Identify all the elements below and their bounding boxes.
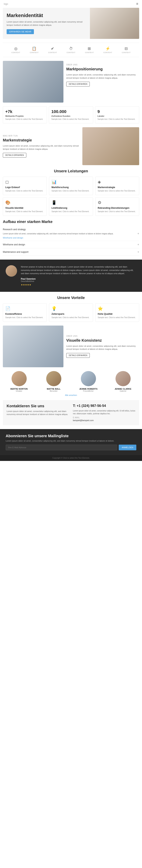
visual-description: Lorem ipsum dolor sit amet, consectetur …: [66, 344, 139, 351]
stat-number: 100.000: [51, 109, 91, 114]
team-member-role: Berunder: [37, 390, 70, 392]
stat-description: Sample text. Click to select the Test El…: [51, 118, 91, 121]
advantage-card: ⭐Hohe QualitätSample text. Click to sele…: [95, 303, 139, 322]
service-icon: 📱: [51, 200, 91, 205]
service-icon: 📋: [32, 46, 37, 51]
visual-section: ÜBER UNS Visuelle Konsistenz Lorem ipsum…: [3, 326, 139, 367]
accordion-link[interactable]: Wireframe and design: [3, 237, 137, 239]
hero-cta-button[interactable]: ERFAHREN SIE MEHR: [7, 29, 34, 34]
strategy-title: Markenstrategie: [3, 138, 79, 143]
service-icon: ✔: [51, 46, 54, 51]
accordion-toggle: +: [137, 243, 139, 246]
service-icon: ⊟: [125, 46, 128, 51]
contact-description: Lorem ipsum dolor sit amet, consectetur …: [7, 410, 69, 416]
team-card: JENNIE CLARKEGalerist: [107, 371, 139, 392]
team-member-role: Freundlicher: [72, 390, 105, 392]
stat-description: Sample text. Click to select the Test El…: [5, 118, 44, 121]
team-see-all[interactable]: Alle ansehen: [3, 394, 139, 396]
icon-label: CONTEXT: [85, 52, 94, 54]
team-member-name: JENNIE CLARKE: [107, 388, 139, 390]
services-grid: ◻Logo EntwurfSample text. Click to selec…: [3, 177, 139, 216]
strategy-button[interactable]: DETAILS ERFAHREN: [3, 153, 26, 158]
newsletter-title: Abonnieren Sie unsere Mailingliste: [6, 434, 136, 438]
accordion-label: Wireframe and design: [3, 243, 137, 246]
testimonial-content: Nimmer praese nt nulna mo id aliqua urna…: [21, 265, 136, 286]
about-button[interactable]: DETAILS ERFAHREN: [66, 82, 90, 87]
strategy-image-placeholder: [82, 127, 139, 165]
stats-row: +7kWeltweite ProjekteSample text. Click …: [3, 106, 139, 123]
accordion-toggle: +: [137, 232, 139, 235]
advantage-icon: ⭐: [98, 306, 137, 311]
contact-phone-description: Lorem ipsum dolor sit amet, consectetur …: [73, 409, 135, 415]
advantage-title: Hohe Qualität: [98, 313, 137, 315]
accordion-item[interactable]: Maintenance and support+: [3, 248, 139, 256]
stat-card: +7kWeltweite ProjekteSample text. Click …: [3, 106, 47, 123]
accordion-item[interactable]: Research and strategyLorem ipsum dolor s…: [3, 226, 139, 241]
visual-button[interactable]: DETAILS ERFAHREN: [66, 353, 90, 358]
stat-number: +7k: [5, 109, 44, 114]
service-icon: ◻: [5, 180, 44, 184]
logo: logo: [4, 3, 8, 5]
team-section: BERTIE NORTONInhaberMATTIE BALLBerunderJ…: [3, 371, 139, 396]
team-avatar: [46, 371, 61, 386]
hero-image: [90, 8, 139, 39]
team-card: JENNIE ROBERTSFreundlicher: [72, 371, 105, 392]
advantage-icon: 📄: [5, 306, 44, 311]
strategy-label: WAS WIR TUN: [3, 135, 79, 137]
service-title: Linkfindierung: [51, 207, 91, 209]
icon-item: ◎CONTEXT: [11, 46, 20, 54]
testimonial-avatar-image: [6, 265, 17, 277]
advantage-title: Zeitersparis: [51, 313, 91, 315]
advantages-grid: 📄KosteneffizienzSample text. Click to se…: [3, 303, 139, 322]
stat-number: 9: [98, 109, 137, 114]
team-card: MATTIE BALLBerunder: [37, 371, 70, 392]
icon-item: ✔CONTEXT: [48, 46, 57, 54]
newsletter-description: Lorem ipsum dolor sit amet, consectetur …: [6, 440, 136, 442]
stat-card: 100.000Zufriedene KundenSample text. Cli…: [49, 106, 93, 123]
service-card: 🎨Visuelle IdentitätSample text. Click to…: [3, 197, 47, 216]
footer-text: Copyright © Click to select the Text Ele…: [4, 457, 138, 459]
team-avatar: [115, 371, 131, 386]
advantage-card: 📄KosteneffizienzSample text. Click to se…: [3, 303, 47, 322]
menu-icon[interactable]: ≡: [136, 2, 138, 6]
hero-section: Markenidentität Lorem ipsum dolor sit am…: [3, 8, 139, 39]
accordion-item[interactable]: Wireframe and design+: [3, 241, 139, 248]
icon-item: ⏱CONTEXT: [67, 46, 76, 54]
service-icon: ◎: [14, 46, 17, 51]
accordion-label: Research and strategy: [3, 228, 137, 231]
testimonial-text: Nimmer praese nt nulna mo id aliqua urna…: [21, 265, 136, 275]
hero-description: Lorem ipsum dolor sit amet, consectetur …: [7, 20, 86, 27]
contact-email[interactable]: beispiel@beispiel.com: [73, 419, 135, 422]
icon-label: CONTEXT: [122, 52, 131, 54]
contact-section: Kontaktieren Sie uns Lorem ipsum dolor s…: [3, 400, 139, 425]
service-description: Sample text. Click to select the Test El…: [5, 190, 44, 192]
accordion-title: Aufbau einer starken Marke: [3, 220, 139, 224]
icon-label: CONTEXT: [103, 52, 112, 54]
icon-item: 📋CONTEXT: [30, 46, 39, 54]
service-card: 📊MarktforschungSample text. Click to sel…: [49, 177, 93, 195]
service-icon: ⚙: [98, 200, 137, 205]
service-card: ⚙Rebranding-DienstleistungenSample text.…: [95, 197, 139, 216]
icon-label: CONTEXT: [48, 52, 57, 54]
visual-image-placeholder: [3, 326, 63, 367]
stat-label: Zufriedene Kunden: [51, 115, 91, 117]
hero-image-placeholder: [90, 8, 139, 39]
testimonial-role: Geschäftsführer: [21, 280, 136, 282]
accordion-section: Aufbau einer starken Marke Research and …: [3, 220, 139, 256]
service-title: Logo Entwurf: [5, 186, 44, 189]
navbar: logo ≡: [0, 0, 142, 8]
contact-right: T: +1 (324) 987-56-54 Lorem ipsum dolor …: [73, 404, 135, 422]
visual-text: ÜBER UNS Visuelle Konsistenz Lorem ipsum…: [66, 333, 139, 360]
advantages-section: Unsere Vorteile 📄KosteneffizienzSample t…: [3, 296, 139, 322]
visual-image: [3, 326, 63, 367]
icon-item: ⊟CONTEXT: [122, 46, 131, 54]
advantage-card: 💡ZeitersparisSample text. Click to selec…: [49, 303, 93, 322]
about-title: Marktpositionierung: [66, 67, 139, 71]
testimonial-stars: ★★★★★: [21, 283, 136, 286]
testimonial-name: Paul Swenion: [21, 278, 136, 280]
newsletter-email-input[interactable]: [6, 445, 117, 450]
strategy-image: [82, 127, 139, 165]
newsletter-submit-button[interactable]: ANMELDEN: [119, 445, 136, 450]
footer: Copyright © Click to select the Text Ele…: [0, 455, 142, 461]
service-title: Markenstrategie: [98, 186, 137, 189]
